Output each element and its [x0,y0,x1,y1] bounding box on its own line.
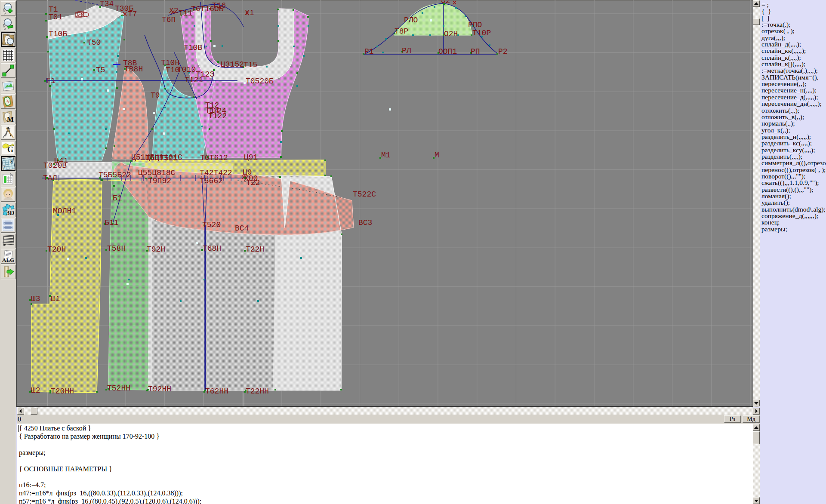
svg-text:Т5662: Т5662 [200,177,223,185]
svg-text:3D: 3D [6,209,15,216]
svg-text:Ц3152: Ц3152 [221,60,244,69]
svg-text:Т01: Т01 [49,13,62,22]
svg-text:Т520: Т520 [202,221,221,229]
svg-text:ТАЛ: ТАЛ [43,174,57,182]
svg-text:Т62НН: Т62НН [205,387,228,396]
svg-text:Ш2: Ш2 [31,386,40,395]
svg-text:ALG: ALG [2,257,14,263]
svg-text:Т10Р: Т10Р [472,29,491,37]
svg-text:Т7: Т7 [128,10,137,18]
svg-text:М: М [435,151,439,160]
svg-text:МОЛН1: МОЛН1 [53,207,76,215]
svg-text:Т15: Т15 [243,61,257,69]
svg-text:Т122: Т122 [208,112,227,120]
svg-text:РП: РП [471,47,480,56]
svg-text:О2Н: О2Н [444,30,458,38]
svg-text:M: M [7,115,14,123]
svg-text:Т522С: Т522С [353,190,376,199]
svg-text:ООП1: ООП1 [438,47,457,56]
svg-text:Т0520Б: Т0520Б [246,77,274,86]
svg-text:Б11: Б11 [105,218,118,227]
svg-text:G: G [7,145,13,154]
svg-text:Б1: Б1 [113,194,122,203]
svg-text:Т1: Т1 [49,5,58,14]
svg-text:Т50: Т50 [87,38,101,47]
svg-text:Т22Н: Т22Н [246,245,264,254]
svg-text:Т6П: Т6П [162,15,176,24]
svg-text:Ш3: Ш3 [31,295,40,303]
svg-text:Г1: Г1 [46,77,55,85]
svg-text:Т11: Т11 [179,9,192,18]
svg-text:Т121: Т121 [185,76,203,84]
svg-text:Т010: Т010 [177,65,196,74]
svg-text:ВС3: ВС3 [358,218,372,227]
svg-text:Т22: Т22 [246,178,260,187]
svg-text:Т10В: Т10В [184,43,202,52]
svg-text:Т5: Т5 [96,66,105,74]
svg-text:Ш1: Ш1 [51,295,60,303]
svg-text:Т52НН: Т52НН [107,384,130,393]
svg-text:Т42Т422: Т42Т422 [200,169,232,177]
svg-text:Х1: Х1 [245,9,254,17]
svg-text:Т020В: Т020В [43,161,67,170]
svg-text:Т9П92: Т9П92 [148,177,171,185]
svg-text:Т58Н: Т58Н [107,244,126,253]
svg-text:Р2: Р2 [498,47,508,56]
svg-text:М1: М1 [381,151,391,160]
svg-text:Т5Б5Б22: Т5Б5Б22 [99,171,131,179]
svg-text:Р1: Р1 [364,47,374,56]
svg-text:РПО: РПО [468,21,482,29]
svg-text:Т92Н: Т92Н [147,245,165,254]
svg-text:РЛО: РЛО [404,16,418,25]
svg-text:Х2: Х2 [169,6,179,15]
svg-text:Т22НН: Т22НН [246,387,269,396]
svg-text:Т92НН: Т92НН [148,385,171,393]
svg-text:ТВ8Н: ТВ8Н [124,65,143,74]
svg-text:Ц91: Ц91 [244,153,258,162]
svg-text:Т68Н: Т68Н [203,244,221,253]
svg-text:Т20Н: Т20Н [47,245,66,254]
svg-text:8: 8 [10,160,13,164]
svg-text:Т9: Т9 [151,91,160,100]
svg-text:Т34: Т34 [100,0,114,8]
svg-text:РЛ: РЛ [402,46,411,55]
svg-text:Т20НН: Т20НН [51,387,74,396]
svg-text:Т6Т612: Т6Т612 [200,154,228,162]
svg-text:Ц55Ц818С: Ц55Ц818С [138,169,176,177]
svg-text:7: 7 [3,165,6,170]
svg-text:Т16: Т16 [212,1,226,10]
svg-text:О2: О2 [441,0,450,5]
svg-text:ВС4: ВС4 [235,224,249,233]
svg-text:Т8Р: Т8Р [395,27,408,36]
svg-text:Т10Б: Т10Б [49,30,67,38]
svg-text:Ц51Ц5Ц8181С: Ц51Ц5Ц8181С [131,153,182,162]
